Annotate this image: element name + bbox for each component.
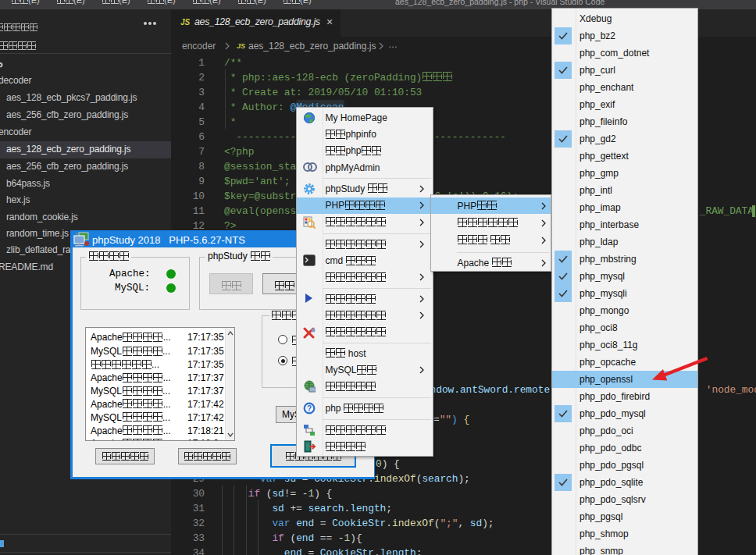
svg-text:?: ? [306, 404, 311, 413]
